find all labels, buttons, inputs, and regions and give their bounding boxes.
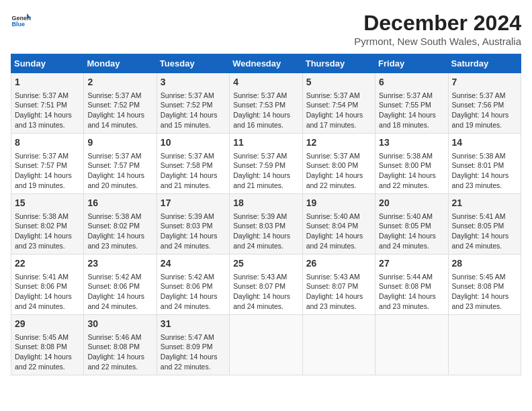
day-number: 1 — [15, 76, 80, 89]
table-row: 26Sunrise: 5:43 AMSunset: 8:07 PMDayligh… — [302, 255, 375, 315]
day-number: 9 — [87, 136, 152, 150]
day-number: 8 — [15, 136, 80, 150]
day-number: 3 — [161, 76, 226, 89]
day-number: 31 — [161, 318, 226, 331]
day-info: Sunrise: 5:38 AMSunset: 8:02 PMDaylight:… — [87, 212, 152, 251]
day-info: Sunrise: 5:37 AMSunset: 7:58 PMDaylight:… — [161, 151, 226, 191]
day-info: Sunrise: 5:39 AMSunset: 8:03 PMDaylight:… — [233, 212, 298, 251]
col-saturday: Saturday — [448, 54, 521, 73]
col-tuesday: Tuesday — [157, 54, 229, 73]
day-info: Sunrise: 5:43 AMSunset: 8:07 PMDaylight:… — [233, 272, 298, 312]
day-number: 7 — [452, 76, 517, 89]
page-header: General Blue December 2024 Pyrmont, New … — [11, 11, 521, 47]
table-row — [375, 315, 448, 375]
day-number: 6 — [379, 76, 444, 89]
table-row: 21Sunrise: 5:41 AMSunset: 8:05 PMDayligh… — [448, 194, 521, 255]
table-row: 28Sunrise: 5:45 AMSunset: 8:08 PMDayligh… — [448, 255, 521, 315]
table-row: 12Sunrise: 5:37 AMSunset: 8:00 PMDayligh… — [302, 134, 375, 194]
table-row: 6Sunrise: 5:37 AMSunset: 7:55 PMDaylight… — [375, 73, 448, 134]
day-number: 4 — [233, 76, 298, 89]
table-row: 4Sunrise: 5:37 AMSunset: 7:53 PMDaylight… — [230, 73, 302, 134]
day-number: 18 — [233, 197, 298, 210]
col-friday: Friday — [375, 54, 448, 73]
day-number: 22 — [15, 257, 80, 271]
day-number: 21 — [452, 197, 517, 210]
col-thursday: Thursday — [302, 54, 375, 73]
day-info: Sunrise: 5:43 AMSunset: 8:07 PMDaylight:… — [306, 272, 371, 312]
table-row: 23Sunrise: 5:42 AMSunset: 8:06 PMDayligh… — [84, 255, 157, 315]
table-row: 10Sunrise: 5:37 AMSunset: 7:58 PMDayligh… — [157, 134, 229, 194]
day-info: Sunrise: 5:37 AMSunset: 7:56 PMDaylight:… — [452, 91, 517, 130]
table-row: 25Sunrise: 5:43 AMSunset: 8:07 PMDayligh… — [230, 255, 302, 315]
day-info: Sunrise: 5:37 AMSunset: 7:52 PMDaylight:… — [161, 91, 226, 130]
page-title: December 2024 — [354, 11, 521, 36]
table-row: 15Sunrise: 5:38 AMSunset: 8:02 PMDayligh… — [11, 194, 84, 255]
day-info: Sunrise: 5:46 AMSunset: 8:08 PMDaylight:… — [87, 332, 152, 372]
logo-icon: General Blue — [11, 11, 31, 31]
day-info: Sunrise: 5:39 AMSunset: 8:03 PMDaylight:… — [161, 212, 226, 251]
day-info: Sunrise: 5:40 AMSunset: 8:05 PMDaylight:… — [379, 212, 444, 251]
day-info: Sunrise: 5:37 AMSunset: 7:52 PMDaylight:… — [87, 91, 152, 130]
day-info: Sunrise: 5:41 AMSunset: 8:05 PMDaylight:… — [452, 212, 517, 251]
table-row — [230, 315, 302, 375]
col-wednesday: Wednesday — [230, 54, 302, 73]
day-info: Sunrise: 5:41 AMSunset: 8:06 PMDaylight:… — [15, 272, 80, 312]
day-info: Sunrise: 5:37 AMSunset: 7:55 PMDaylight:… — [379, 91, 444, 130]
table-row: 18Sunrise: 5:39 AMSunset: 8:03 PMDayligh… — [230, 194, 302, 255]
day-number: 28 — [452, 257, 517, 271]
day-info: Sunrise: 5:44 AMSunset: 8:08 PMDaylight:… — [379, 272, 444, 312]
table-row: 14Sunrise: 5:38 AMSunset: 8:01 PMDayligh… — [448, 134, 521, 194]
title-section: December 2024 Pyrmont, New South Wales, … — [354, 11, 521, 47]
calendar-week-row: 8Sunrise: 5:37 AMSunset: 7:57 PMDaylight… — [11, 134, 521, 194]
day-info: Sunrise: 5:37 AMSunset: 7:59 PMDaylight:… — [233, 151, 298, 191]
col-monday: Monday — [84, 54, 157, 73]
table-row: 20Sunrise: 5:40 AMSunset: 8:05 PMDayligh… — [375, 194, 448, 255]
table-row: 19Sunrise: 5:40 AMSunset: 8:04 PMDayligh… — [302, 194, 375, 255]
day-number: 2 — [87, 76, 152, 89]
day-number: 26 — [306, 257, 371, 271]
day-number: 13 — [379, 136, 444, 150]
day-info: Sunrise: 5:37 AMSunset: 8:00 PMDaylight:… — [306, 151, 371, 191]
day-number: 23 — [87, 257, 152, 271]
table-row — [448, 315, 521, 375]
table-row: 7Sunrise: 5:37 AMSunset: 7:56 PMDaylight… — [448, 73, 521, 134]
day-number: 19 — [306, 197, 371, 210]
day-number: 12 — [306, 136, 371, 150]
day-info: Sunrise: 5:38 AMSunset: 8:01 PMDaylight:… — [452, 151, 517, 191]
col-sunday: Sunday — [11, 54, 84, 73]
table-row: 13Sunrise: 5:38 AMSunset: 8:00 PMDayligh… — [375, 134, 448, 194]
table-row: 9Sunrise: 5:37 AMSunset: 7:57 PMDaylight… — [84, 134, 157, 194]
table-row: 2Sunrise: 5:37 AMSunset: 7:52 PMDaylight… — [84, 73, 157, 134]
day-number: 10 — [161, 136, 226, 150]
svg-text:Blue: Blue — [12, 21, 26, 28]
day-info: Sunrise: 5:37 AMSunset: 7:54 PMDaylight:… — [306, 91, 371, 130]
day-info: Sunrise: 5:37 AMSunset: 7:57 PMDaylight:… — [87, 151, 152, 191]
day-number: 24 — [161, 257, 226, 271]
day-info: Sunrise: 5:37 AMSunset: 7:57 PMDaylight:… — [15, 151, 80, 191]
table-row: 30Sunrise: 5:46 AMSunset: 8:08 PMDayligh… — [84, 315, 157, 375]
day-info: Sunrise: 5:37 AMSunset: 7:51 PMDaylight:… — [15, 91, 80, 130]
table-row: 29Sunrise: 5:45 AMSunset: 8:08 PMDayligh… — [11, 315, 84, 375]
day-number: 5 — [306, 76, 371, 89]
day-number: 29 — [15, 318, 80, 331]
table-row: 17Sunrise: 5:39 AMSunset: 8:03 PMDayligh… — [157, 194, 229, 255]
page-subtitle: Pyrmont, New South Wales, Australia — [354, 36, 521, 47]
calendar-week-row: 29Sunrise: 5:45 AMSunset: 8:08 PMDayligh… — [11, 315, 521, 375]
day-number: 15 — [15, 197, 80, 210]
table-row: 27Sunrise: 5:44 AMSunset: 8:08 PMDayligh… — [375, 255, 448, 315]
table-row: 1Sunrise: 5:37 AMSunset: 7:51 PMDaylight… — [11, 73, 84, 134]
day-number: 20 — [379, 197, 444, 210]
day-info: Sunrise: 5:45 AMSunset: 8:08 PMDaylight:… — [452, 272, 517, 312]
calendar-week-row: 22Sunrise: 5:41 AMSunset: 8:06 PMDayligh… — [11, 255, 521, 315]
table-row: 31Sunrise: 5:47 AMSunset: 8:09 PMDayligh… — [157, 315, 229, 375]
calendar-week-row: 15Sunrise: 5:38 AMSunset: 8:02 PMDayligh… — [11, 194, 521, 255]
day-info: Sunrise: 5:40 AMSunset: 8:04 PMDaylight:… — [306, 212, 371, 251]
table-row: 5Sunrise: 5:37 AMSunset: 7:54 PMDaylight… — [302, 73, 375, 134]
calendar-header-row: Sunday Monday Tuesday Wednesday Thursday… — [11, 54, 521, 73]
day-info: Sunrise: 5:47 AMSunset: 8:09 PMDaylight:… — [161, 332, 226, 372]
day-info: Sunrise: 5:38 AMSunset: 8:02 PMDaylight:… — [15, 212, 80, 251]
day-info: Sunrise: 5:37 AMSunset: 7:53 PMDaylight:… — [233, 91, 298, 130]
day-number: 11 — [233, 136, 298, 150]
day-number: 30 — [87, 318, 152, 331]
logo: General Blue — [11, 11, 31, 31]
